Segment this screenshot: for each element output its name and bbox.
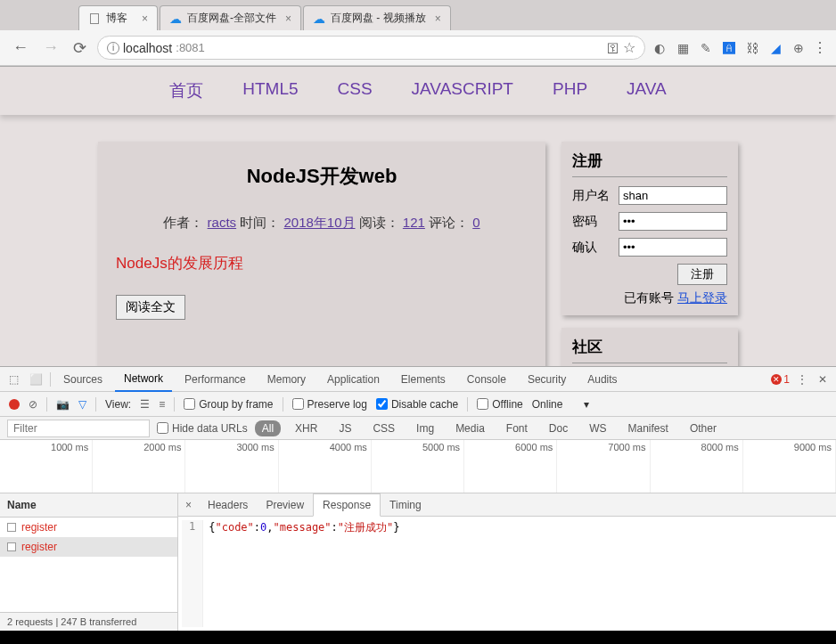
request-icon	[7, 542, 16, 551]
request-list-header[interactable]: Name	[0, 493, 177, 518]
has-account-text: 已有账号	[624, 290, 674, 305]
filter-other[interactable]: Other	[683, 420, 724, 436]
tab-performance[interactable]: Performance	[176, 368, 255, 391]
author-link[interactable]: racts	[208, 215, 237, 230]
tab-application[interactable]: Application	[318, 368, 389, 391]
filter-img[interactable]: Img	[409, 420, 441, 436]
tab-sources[interactable]: Sources	[54, 368, 111, 391]
nav-php[interactable]: PHP	[553, 79, 587, 102]
request-item[interactable]: register	[0, 537, 177, 557]
ext-icon-2[interactable]: ▦	[676, 41, 690, 55]
tab-baidu-files[interactable]: ☁ 百度网盘-全部文件 ×	[160, 5, 301, 30]
error-icon: ✕	[771, 374, 782, 385]
filter-all[interactable]: All	[255, 420, 281, 436]
login-link[interactable]: 马上登录	[677, 290, 727, 305]
close-icon[interactable]: ×	[435, 12, 441, 25]
site-info-icon[interactable]: i	[107, 42, 119, 54]
ext-icon-1[interactable]: ◐	[652, 41, 667, 55]
offline-checkbox[interactable]: Offline	[477, 398, 522, 411]
comment-count-link[interactable]: 0	[472, 215, 479, 230]
filter-icon[interactable]: ▽	[78, 398, 86, 411]
tab-audits[interactable]: Audits	[578, 368, 626, 391]
translate-icon[interactable]: 🅰	[722, 41, 736, 55]
tab-console[interactable]: Console	[458, 368, 515, 391]
filter-ws[interactable]: WS	[582, 420, 613, 436]
register-card: 注册 用户名 密码 确认 注册 已有账号 马上登录	[561, 142, 738, 315]
devtools: ⬚ ⬜ Sources Network Performance Memory A…	[0, 366, 836, 631]
community-card: 社区	[561, 328, 738, 366]
tab-label: 百度网盘 - 视频播放	[331, 11, 426, 26]
view-label: View:	[105, 398, 131, 411]
response-body[interactable]: 1 {"code":0,"message":"注册成功"}	[178, 517, 836, 631]
close-icon[interactable]: ×	[142, 12, 148, 25]
error-badge[interactable]: ✕ 1	[771, 373, 790, 386]
time-link[interactable]: 2018年10月	[283, 215, 355, 230]
tab-baidu-video[interactable]: ☁ 百度网盘 - 视频播放 ×	[303, 5, 451, 30]
tab-timing[interactable]: Timing	[381, 494, 430, 516]
read-more-button[interactable]: 阅读全文	[116, 295, 185, 320]
password-input[interactable]	[619, 212, 727, 231]
key-icon[interactable]: ⚿	[607, 41, 619, 55]
close-icon[interactable]: ×	[285, 12, 291, 25]
filter-xhr[interactable]: XHR	[288, 420, 324, 436]
password-label: 密码	[572, 214, 613, 230]
devtools-menu-icon[interactable]: ⋮	[793, 373, 811, 386]
hide-data-urls-checkbox[interactable]: Hide data URLs	[157, 422, 248, 435]
filter-css[interactable]: CSS	[365, 420, 402, 436]
eyedropper-icon[interactable]: ✎	[699, 41, 713, 55]
url-host: localhost	[123, 41, 172, 55]
bookmark-icon[interactable]: ☆	[623, 39, 635, 56]
tab-elements[interactable]: Elements	[392, 368, 455, 391]
tab-blog[interactable]: 博客 ×	[78, 5, 158, 30]
disable-cache-checkbox[interactable]: Disable cache	[376, 398, 458, 411]
filter-manifest[interactable]: Manifest	[621, 420, 676, 436]
timeline[interactable]: 1000 ms 2000 ms 3000 ms 4000 ms 5000 ms …	[0, 440, 836, 493]
filter-input[interactable]	[7, 420, 150, 437]
group-by-frame-checkbox[interactable]: Group by frame	[184, 398, 273, 411]
filter-font[interactable]: Font	[499, 420, 535, 436]
nav-html5[interactable]: HTML5	[242, 79, 298, 102]
tab-response[interactable]: Response	[313, 493, 381, 517]
extension-icons: ◐ ▦ ✎ 🅰 ⛓ ◢ ⊕	[652, 41, 806, 55]
filter-js[interactable]: JS	[332, 420, 358, 436]
register-button[interactable]: 注册	[677, 264, 727, 285]
tab-memory[interactable]: Memory	[258, 368, 315, 391]
reload-button[interactable]: ⟳	[70, 37, 90, 60]
article-title: NodeJS开发web	[116, 163, 528, 190]
forward-button[interactable]: →	[39, 37, 62, 59]
back-button[interactable]: ←	[9, 37, 32, 59]
nav-java[interactable]: JAVA	[627, 79, 667, 102]
clear-icon[interactable]: ⊘	[29, 398, 37, 411]
response-panel: × Headers Preview Response Timing 1 {"co…	[178, 493, 836, 631]
tab-security[interactable]: Security	[519, 368, 575, 391]
browser-menu-button[interactable]: ⋮	[813, 39, 827, 56]
device-toggle-icon[interactable]: ⬜	[26, 373, 46, 386]
inspect-icon[interactable]: ⬚	[5, 373, 22, 386]
browser-tabs: 博客 × ☁ 百度网盘-全部文件 × ☁ 百度网盘 - 视频播放 ×	[0, 0, 836, 30]
waterfall-icon[interactable]: ≡	[159, 398, 165, 411]
request-item[interactable]: register	[0, 518, 177, 537]
ext-icon-5[interactable]: ⛓	[745, 41, 759, 55]
nav-home[interactable]: 首页	[169, 79, 203, 102]
read-count-link[interactable]: 121	[403, 215, 425, 230]
camera-icon[interactable]: 📷	[56, 398, 70, 411]
large-rows-icon[interactable]: ☰	[140, 398, 150, 411]
devtools-close-icon[interactable]: ✕	[815, 373, 831, 386]
nav-javascript[interactable]: JAVASCRIPT	[412, 79, 513, 102]
confirm-input[interactable]	[619, 238, 727, 257]
confirm-label: 确认	[572, 240, 613, 256]
filter-doc[interactable]: Doc	[542, 420, 575, 436]
preserve-log-checkbox[interactable]: Preserve log	[292, 398, 367, 411]
response-close-icon[interactable]: ×	[178, 499, 199, 511]
filter-media[interactable]: Media	[448, 420, 492, 436]
tab-preview[interactable]: Preview	[257, 494, 313, 516]
tab-network[interactable]: Network	[115, 367, 172, 392]
username-input[interactable]	[619, 186, 727, 205]
nav-css[interactable]: CSS	[338, 79, 373, 102]
record-icon[interactable]	[9, 399, 20, 410]
url-bar[interactable]: i localhost:8081 ⚿ ☆	[97, 36, 645, 60]
ext-icon-6[interactable]: ◢	[768, 41, 783, 55]
throttle-select[interactable]: Online ▾	[532, 398, 590, 411]
ext-icon-7[interactable]: ⊕	[791, 41, 806, 55]
tab-headers[interactable]: Headers	[199, 494, 257, 516]
